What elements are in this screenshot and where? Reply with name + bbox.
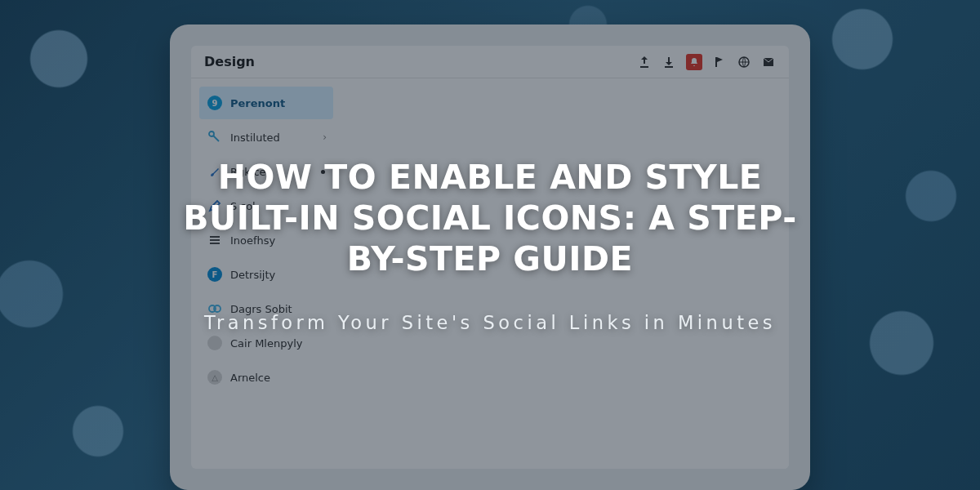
hero-title: HOW TO ENABLE AND STYLE BUILT-IN SOCIAL …: [172, 157, 808, 279]
hero-overlay: HOW TO ENABLE AND STYLE BUILT-IN SOCIAL …: [0, 0, 980, 490]
hero-subtitle: Transform Your Site's Social Links in Mi…: [204, 312, 776, 333]
